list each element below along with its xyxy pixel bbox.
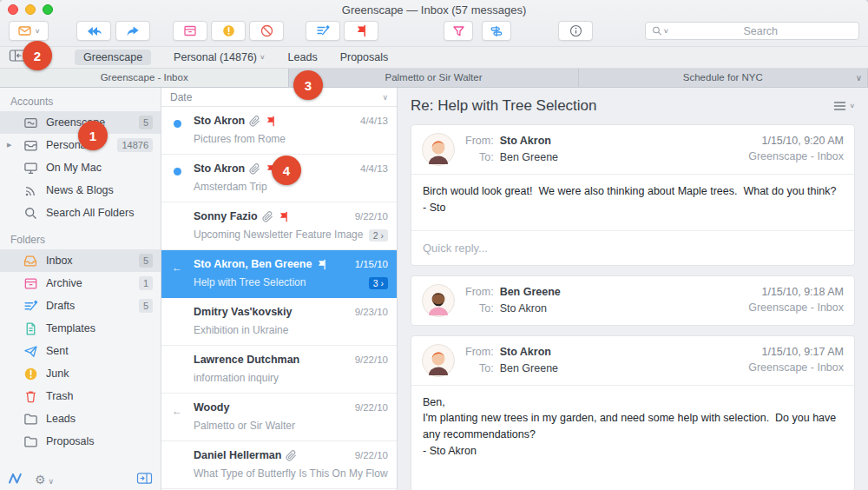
settings-gear-icon[interactable]: ⚙∨: [35, 473, 54, 487]
envelope-icon: [23, 116, 38, 130]
folders-section-title: Folders: [0, 229, 161, 249]
conversation-title: Re: Help with Tree Selection: [411, 97, 597, 115]
window-chrome: Greenscape — Inbox (57 messages) ∨: [0, 0, 868, 46]
close-button[interactable]: [8, 4, 18, 15]
paperclip-icon: [249, 116, 260, 127]
message-subject: Help with Tree Selection: [194, 276, 388, 288]
tab-overflow-chevron-icon[interactable]: ∨: [856, 69, 862, 87]
unread-badge: 5: [139, 299, 153, 313]
mail-tab-inbox[interactable]: Greenscape - Inbox: [0, 69, 289, 87]
sidebar-bottom-bar: ⚙∨: [0, 468, 161, 490]
archive-icon: [23, 276, 38, 291]
to-value: Ben Greene: [500, 149, 558, 166]
minimize-button[interactable]: [25, 4, 36, 15]
sidebar-item-news-blogs[interactable]: News & Blogs: [0, 179, 161, 202]
sidebar-item-drafts[interactable]: Drafts 5: [0, 295, 161, 317]
junk-button[interactable]: [211, 21, 246, 41]
drawer-icon: [23, 138, 38, 153]
sidebar-item-sent[interactable]: Sent: [0, 340, 161, 362]
unread-dot: [174, 168, 181, 175]
sidebar-item-on-my-mac[interactable]: On My Mac: [0, 156, 161, 179]
block-icon: [260, 24, 273, 37]
search-field[interactable]: ∨: [645, 22, 859, 40]
message-list: Date ∨ Sto Akron 4/4/13 Pictures from Ro…: [161, 88, 398, 490]
message-card[interactable]: From: Sto Akron To: Ben Greene 1/15/10, …: [411, 124, 855, 266]
thread-count-badge: 3: [369, 277, 388, 289]
account-tab-greenscape[interactable]: Greenscape: [75, 50, 151, 65]
message-menu-icon[interactable]: ∨: [833, 101, 855, 111]
sort-header[interactable]: Date ∨: [161, 88, 397, 107]
replied-arrow-icon: ←: [172, 262, 182, 274]
folder-icon: [23, 434, 38, 449]
sidebar-item-search-all-folders[interactable]: Search All Folders: [0, 202, 161, 224]
callout-1: 1: [78, 121, 108, 150]
sent-icon: [23, 344, 38, 359]
search-input[interactable]: [669, 25, 853, 37]
message-row[interactable]: Dmitry Vas'kovskiy 9/23/10 Exhibition in…: [161, 298, 397, 346]
account-tab-personal[interactable]: Personal (14876)∨: [174, 51, 266, 63]
folder-icon: [23, 412, 38, 427]
callout-4: 4: [272, 156, 301, 185]
sidebar-item-leads[interactable]: Leads: [0, 407, 161, 430]
to-label: To:: [465, 361, 494, 377]
paperclip-icon: [262, 211, 273, 222]
avatar: [422, 344, 455, 377]
flag-button[interactable]: [344, 21, 378, 41]
sort-button[interactable]: [482, 21, 511, 41]
paperclip-icon: [286, 450, 297, 461]
sidebar-item-proposals[interactable]: Proposals: [0, 430, 161, 453]
reply-all-icon: [87, 25, 102, 37]
message-row[interactable]: Sonny Fazio 9/22/10 Upcoming Newsletter …: [161, 202, 397, 250]
account-tab-leads[interactable]: Leads: [288, 51, 318, 63]
message-subject: Pictures from Rome: [194, 133, 388, 145]
forward-button[interactable]: [115, 21, 150, 41]
reply-all-button[interactable]: [76, 21, 111, 41]
unread-badge: 5: [139, 254, 153, 268]
message-card[interactable]: From: Ben Greene To: Sto Akron 1/15/10, …: [411, 275, 855, 326]
junk-icon: [222, 24, 235, 37]
mail-tab-palmetto[interactable]: Palmetto or Sir Walter: [289, 69, 578, 87]
quick-reply-input[interactable]: Quick reply...: [411, 230, 854, 265]
display-icon: [23, 161, 38, 175]
account-tab-proposals[interactable]: Proposals: [340, 51, 389, 63]
block-button[interactable]: [249, 21, 284, 41]
message-date: 9/23/10: [355, 307, 388, 317]
sidebar-item-inbox[interactable]: Inbox 5: [0, 249, 161, 272]
junk-icon: [23, 367, 38, 381]
replied-arrow-icon: ←: [172, 405, 182, 417]
message-row-selected[interactable]: ← Sto Akron, Ben Greene 1/15/10 Help wit…: [161, 250, 397, 298]
disclosure-triangle-icon[interactable]: ▶: [7, 142, 11, 149]
message-row[interactable]: ← Woody 9/22/10 Palmetto or Sir Walter: [161, 394, 397, 441]
zoom-button[interactable]: [43, 4, 53, 15]
message-datetime: 1/15/10, 9:20 AM: [748, 133, 844, 149]
message-row[interactable]: Lawrence Dutchman 9/22/10 information in…: [161, 346, 397, 394]
activity-icon[interactable]: [8, 473, 23, 487]
filter-button[interactable]: [444, 21, 473, 41]
sidebar-item-archive[interactable]: Archive 1: [0, 272, 161, 295]
search-icon: [652, 25, 662, 36]
message-row[interactable]: Daniel Hellerman 9/22/10 What Type of Bu…: [161, 441, 397, 489]
message-card[interactable]: From: Sto Akron To: Ben Greene 1/15/10, …: [411, 335, 855, 490]
compose-button[interactable]: [306, 21, 340, 41]
drafts-icon: [23, 299, 38, 314]
message-date: 4/4/13: [360, 116, 388, 126]
message-row[interactable]: Sto Akron 4/4/13 Pictures from Rome: [161, 107, 397, 155]
from-label: From:: [465, 284, 494, 301]
flag-icon: [265, 116, 276, 127]
archive-button[interactable]: [173, 21, 207, 41]
mark-button[interactable]: ∨: [9, 21, 49, 41]
message-date: 4/4/13: [360, 163, 388, 174]
info-button[interactable]: [558, 21, 593, 41]
unread-badge: 5: [139, 116, 153, 129]
sidebar-item-trash[interactable]: Trash: [0, 385, 161, 407]
search-scope-chevron-icon[interactable]: ∨: [663, 28, 669, 35]
rss-icon: [23, 183, 38, 198]
sidebar-item-templates[interactable]: Templates: [0, 317, 161, 340]
sidebar-item-junk[interactable]: Junk: [0, 362, 161, 385]
chevron-down-icon: ∨: [260, 54, 266, 61]
mail-tab-bar: Greenscape - Inbox Palmetto or Sir Walte…: [0, 69, 868, 88]
mail-tab-schedule[interactable]: Schedule for NYC: [579, 69, 868, 87]
callout-3: 3: [293, 70, 323, 100]
avatar: [422, 133, 455, 166]
panel-toggle-icon[interactable]: [136, 472, 153, 487]
